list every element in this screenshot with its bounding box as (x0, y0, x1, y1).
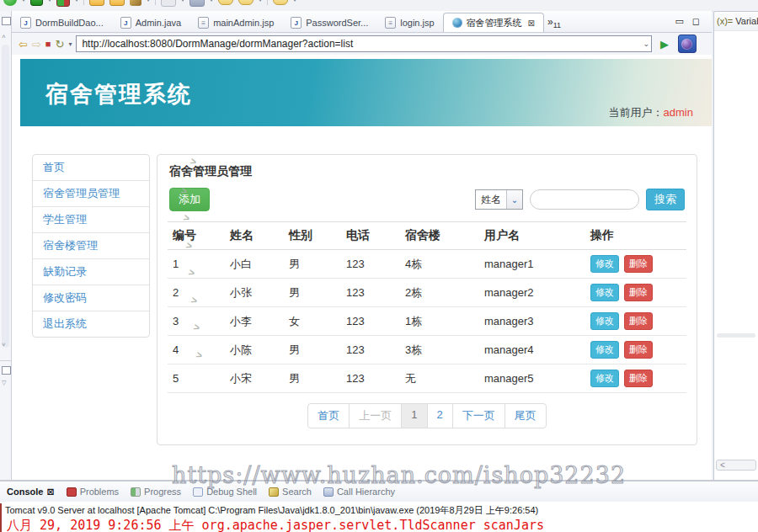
progress-tab-label: Progress (144, 487, 181, 497)
page-1[interactable]: 1 (401, 404, 426, 428)
dropdown-icon[interactable]: ▾ (210, 0, 213, 3)
back-icon[interactable]: ⇦ (19, 39, 28, 50)
cell-username: manager1 (479, 258, 585, 270)
import-folder-icon[interactable] (109, 0, 125, 6)
dropdown-icon[interactable]: ▾ (293, 0, 296, 3)
edit-button[interactable]: 修改 (590, 284, 619, 301)
cell-phone: 123 (341, 343, 400, 356)
add-button[interactable]: 添加 (169, 188, 210, 211)
coverage-icon[interactable] (56, 0, 70, 7)
scroll-up-icon[interactable]: ˄ (2, 33, 6, 40)
edit-button[interactable]: 修改 (590, 341, 619, 359)
maximize-view-icon[interactable]: ◻ (692, 16, 700, 27)
sidebar-item-student-mgmt[interactable]: 学生管理 (33, 207, 149, 233)
sidebar-item-manager-mgmt[interactable]: 宿舍管理员管理 (33, 181, 149, 207)
open-folder-icon[interactable] (89, 0, 104, 6)
cell-name: 小白 (225, 257, 284, 272)
internal-browser-button[interactable] (678, 35, 697, 53)
dropdown-icon[interactable]: ▾ (147, 0, 150, 3)
refresh-dropdown-icon[interactable]: ▾ (68, 40, 72, 48)
refresh-icon[interactable]: ↻ (55, 39, 64, 50)
tab-progress[interactable]: Progress (131, 487, 181, 497)
tab-console[interactable]: Console ⊠ (7, 487, 55, 497)
tab-call-hierarchy[interactable]: Call Hierarchy (323, 487, 395, 497)
tab-mainadmin-jsp[interactable]: ≡ mainAdmin.jsp (190, 13, 282, 32)
dropdown-icon[interactable]: ▾ (259, 0, 262, 3)
sidebar-item-home[interactable]: 首页 (33, 155, 149, 181)
edit-button[interactable]: 修改 (590, 255, 619, 273)
editor-area: J DormBuildDao... J Admin.java ≡ mainAdm… (12, 11, 712, 480)
task-icon[interactable] (161, 0, 176, 7)
tab-browser-active[interactable]: 宿舍管理系统 ⊠ (443, 13, 544, 32)
url-history-chevron-icon[interactable]: ⌄ (643, 40, 649, 48)
tab-search[interactable]: Search (269, 487, 312, 497)
tab-problems[interactable]: Problems (67, 487, 119, 497)
url-input[interactable] (76, 35, 652, 52)
horizontal-scrollbar[interactable]: < (716, 460, 756, 471)
last-edit-icon[interactable] (273, 0, 288, 5)
tab-debug-shell[interactable]: Debug Shell (193, 487, 257, 497)
sidebar-item-absence-records[interactable]: 缺勤记录 (33, 259, 149, 285)
cell-building: 2栋 (400, 285, 479, 301)
delete-button[interactable]: 删除 (624, 284, 653, 301)
cell-id: 5 (168, 372, 225, 385)
tab-overflow-chevron[interactable]: »11 (544, 16, 564, 29)
restore-view-icon[interactable] (2, 17, 11, 25)
tab-dormbuilddao[interactable]: J DormBuildDao... (12, 13, 112, 32)
cell-gender: 男 (284, 285, 341, 301)
col-username: 用户名 (479, 228, 585, 243)
minimize-view-icon[interactable]: ▭ (675, 16, 683, 27)
overflow-icon: » (547, 16, 553, 28)
tab-variables[interactable]: (x)= Variable (714, 12, 758, 31)
tab-passwordser[interactable]: J PasswordSer... (282, 13, 376, 32)
debug-icon[interactable] (30, 0, 43, 6)
dropdown-icon[interactable]: ▾ (181, 0, 184, 3)
delete-button[interactable]: 删除 (624, 341, 653, 359)
search-field-select[interactable]: 姓名 ⌄ (475, 189, 523, 210)
edit-button[interactable]: 修改 (590, 312, 619, 330)
paint-icon[interactable] (130, 0, 141, 6)
page-prev[interactable]: 上一页 (349, 404, 401, 428)
main-panel: 宿舍管理员管理 添加 姓名 ⌄ 搜索 编号 姓名 (157, 154, 697, 445)
col-name: 姓名 (225, 228, 284, 243)
page-last[interactable]: 尾页 (504, 404, 546, 428)
delete-button[interactable]: 删除 (624, 312, 653, 330)
panel-divider (717, 333, 755, 338)
page-first[interactable]: 首页 (308, 404, 349, 428)
close-tab-icon[interactable]: ⊠ (528, 19, 535, 28)
tab-login-jsp[interactable]: ≡ login.jsp (376, 13, 442, 32)
chat-forward-icon[interactable] (238, 0, 254, 5)
dropdown-icon[interactable]: ▾ (22, 0, 25, 3)
sidebar-item-logout[interactable]: 退出系统 (33, 311, 149, 337)
page-next[interactable]: 下一页 (452, 404, 504, 428)
tab-admin-java[interactable]: J Admin.java (112, 13, 190, 32)
jsp-file-icon: ≡ (198, 17, 209, 29)
dropdown-icon[interactable]: ▾ (75, 0, 78, 3)
restore-view-icon[interactable] (2, 366, 11, 375)
dropdown-icon[interactable]: ▾ (48, 0, 51, 3)
delete-button[interactable]: 删除 (624, 255, 653, 273)
run-icon[interactable] (3, 0, 17, 6)
new-class-icon[interactable] (190, 0, 205, 7)
edit-button[interactable]: 修改 (590, 370, 619, 387)
delete-button[interactable]: 删除 (624, 370, 653, 387)
debug-shell-icon (193, 487, 203, 497)
close-tab-icon[interactable]: ⊠ (46, 487, 54, 497)
table-row: 3 小李 女 123 1栋 manager3 修改删除 (168, 307, 686, 336)
chat-back-icon[interactable] (218, 0, 233, 5)
left-scrollbar[interactable] (2, 45, 9, 348)
scroll-down-icon[interactable]: ˅ (2, 341, 6, 348)
page-2[interactable]: 2 (427, 404, 452, 428)
forward-icon[interactable]: ⇨ (32, 39, 41, 50)
table-row: 5 小宋 男 123 无 manager5 修改删除 (168, 364, 686, 393)
sidebar-item-building-mgmt[interactable]: 宿舍楼管理 (33, 233, 149, 259)
search-input[interactable] (530, 189, 639, 210)
cell-username: manager4 (479, 343, 585, 356)
tab-label: 宿舍管理系统 (467, 17, 522, 29)
sidebar-item-change-password[interactable]: 修改密码 (33, 285, 149, 311)
search-button[interactable]: 搜索 (646, 189, 685, 210)
cell-phone: 123 (341, 258, 400, 270)
go-button[interactable]: ▶ (660, 38, 669, 51)
restore-tri-icon[interactable]: ▽ (2, 380, 6, 386)
stop-icon[interactable]: ■ (45, 40, 51, 49)
